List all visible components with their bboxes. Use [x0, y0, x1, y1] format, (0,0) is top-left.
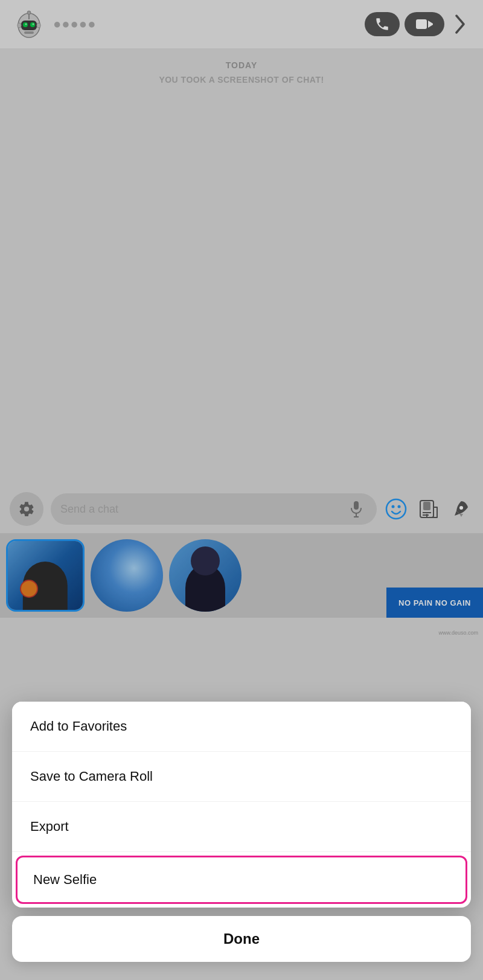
context-menu-export[interactable]: Export	[12, 802, 471, 852]
context-menu-new-selfie[interactable]: New Selfie	[16, 856, 467, 904]
done-button[interactable]: Done	[12, 916, 471, 962]
context-menu: Add to Favorites Save to Camera Roll Exp…	[12, 702, 471, 908]
context-menu-save-camera-roll[interactable]: Save to Camera Roll	[12, 752, 471, 802]
context-menu-add-favorites[interactable]: Add to Favorites	[12, 702, 471, 752]
done-label: Done	[223, 930, 260, 947]
